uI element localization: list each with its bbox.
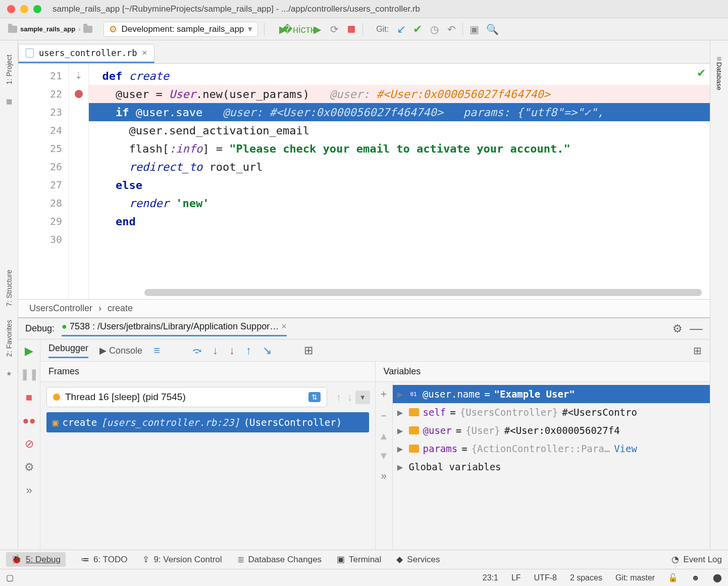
stack-frame-row[interactable]: ▣ create [users_controller.rb:23] (Users… (46, 412, 369, 432)
git-branch[interactable]: Git: master (615, 573, 655, 582)
dbchanges-toolwindow-button[interactable]: ≣ Database Changes (237, 554, 322, 565)
git-history-icon[interactable]: ◷ (429, 24, 439, 34)
caret-position[interactable]: 23:1 (483, 573, 498, 582)
step-out-icon[interactable]: ↑ (246, 344, 251, 357)
database-toolwindow-tab[interactable]: Database (715, 62, 723, 90)
run-to-cursor-icon[interactable]: ↘ (263, 344, 272, 357)
debug-button[interactable]: �ністю (295, 24, 305, 34)
gear-icon[interactable]: ⚙ (672, 322, 683, 335)
frames-title: Frames (40, 362, 375, 382)
line-number-gutter: 21 22 23 24 25 26 27 28 29 30 (18, 64, 69, 299)
debug-actions-sidebar: ▶ ❚❚ ■ ●● ⊘ ⚙ » (18, 339, 40, 550)
next-frame-icon[interactable]: ↓ (344, 392, 355, 403)
minimize-window-icon[interactable] (20, 5, 28, 13)
evaluate-expression-icon[interactable]: ⊞ (304, 344, 313, 357)
rails-icon: ⚙ (109, 24, 117, 35)
move-up-icon[interactable]: ▲ (379, 430, 389, 442)
terminal-toolwindow-button[interactable]: ▣ Terminal (337, 554, 381, 565)
debug-toolwindow-button[interactable]: 🐞 5: Debug (6, 552, 66, 567)
filter-frames-icon[interactable]: ▼ (355, 390, 370, 404)
view-breakpoints-button[interactable]: ●● (22, 414, 36, 427)
project-toolwindow-tab[interactable]: 1: Project (5, 55, 13, 84)
expand-icon[interactable]: ▶ (396, 443, 405, 454)
step-over-icon[interactable]: ⤼ (192, 344, 201, 357)
editor-tab-users-controller[interactable]: users_controller.rb × (18, 44, 154, 63)
horizontal-scrollbar[interactable] (144, 289, 702, 296)
prev-frame-icon[interactable]: ↑ (333, 392, 344, 403)
breadcrumb-method[interactable]: create (108, 303, 133, 314)
editor-tab-label: users_controller.rb (39, 48, 137, 58)
breakpoint-icon[interactable] (75, 90, 83, 98)
chevron-up-down-icon: ⇅ (308, 392, 321, 402)
variable-row[interactable]: ▶ Global variables (393, 458, 710, 476)
stop-button[interactable] (346, 24, 356, 34)
variable-row[interactable]: ▶ params = {ActionController::Para… View (393, 439, 710, 458)
debugger-tab[interactable]: Debugger (48, 343, 88, 358)
database-icon[interactable]: ≣ (716, 55, 722, 62)
search-everywhere-icon[interactable]: 🔍 (487, 24, 497, 34)
run-configuration-dropdown[interactable]: ⚙ Development: sample_rails_app ▾ (103, 22, 258, 37)
stop-debug-button[interactable]: ■ (26, 391, 32, 404)
settings-button[interactable]: ⚙ (24, 461, 34, 474)
resume-button[interactable]: ▶ (25, 345, 33, 358)
step-into-icon[interactable]: ↓ (213, 344, 218, 357)
debug-toolwindow: Debug: ● 7538 : /Users/jetbrains/Library… (18, 317, 710, 550)
close-tab-icon[interactable]: × (142, 48, 147, 58)
eventlog-toolwindow-button[interactable]: ◔ Event Log (671, 554, 722, 565)
quick-list-icon[interactable]: ▢ (6, 573, 14, 582)
variables-title: Variables (376, 362, 710, 382)
remove-watch-icon[interactable]: － (379, 409, 389, 422)
ruby-file-icon (26, 48, 34, 58)
folder-icon (8, 26, 17, 33)
watch-row[interactable]: ▶ 01 @user.name = "Example User" (393, 385, 710, 403)
indent-setting[interactable]: 2 spaces (570, 573, 602, 582)
expand-icon[interactable]: ▶ (396, 388, 405, 400)
mute-breakpoints-button[interactable]: ⊘ (25, 437, 34, 451)
git-commit-icon[interactable]: ✔ (413, 23, 422, 36)
readonly-icon[interactable]: 🔓 (668, 573, 678, 582)
file-encoding[interactable]: UTF-8 (534, 573, 557, 582)
git-update-icon[interactable]: ↙ (397, 23, 406, 36)
code-area[interactable]: def create @user = User.new(user_params)… (89, 64, 710, 299)
close-window-icon[interactable] (7, 5, 15, 13)
marker-gutter[interactable]: ⇣ (69, 64, 89, 299)
services-toolwindow-button[interactable]: ◆ Services (396, 554, 440, 565)
more-icon[interactable]: » (381, 470, 386, 481)
todo-toolwindow-button[interactable]: ≔ 6: TODO (81, 554, 127, 565)
breadcrumb-class[interactable]: UsersController (29, 303, 92, 314)
module-icon[interactable]: ▦ (6, 97, 12, 105)
expand-icon[interactable]: ▶ (396, 461, 405, 472)
editor-tabs: users_controller.rb × (18, 40, 710, 64)
favorites-toolwindow-tab[interactable]: 2: Favorites (5, 320, 13, 357)
thread-selector[interactable]: Thread 16 [sleep] (pid 7545) ⇅ (46, 387, 327, 407)
console-tab[interactable]: ▶ Console (99, 345, 142, 356)
git-revert-icon[interactable]: ↶ (446, 24, 456, 34)
expand-icon[interactable]: ▶ (396, 425, 405, 436)
zoom-window-icon[interactable] (33, 5, 41, 13)
show-execution-point-icon[interactable]: ≡ (153, 344, 160, 357)
run-coverage-button[interactable]: ▶ (312, 24, 322, 34)
project-crumb[interactable]: sample_rails_app › (4, 23, 96, 35)
structure-breadcrumb[interactable]: UsersController › create (18, 299, 710, 317)
notifications-icon[interactable]: ⬤ (713, 573, 722, 582)
vcs-toolwindow-button[interactable]: ⇪ 9: Version Control (142, 554, 222, 565)
expand-icon[interactable]: ▶ (396, 407, 405, 418)
line-ending[interactable]: LF (511, 573, 521, 582)
pause-button[interactable]: ❚❚ (20, 368, 38, 381)
toolwindow-bar: 🐞 5: Debug ≔ 6: TODO ⇪ 9: Version Contro… (0, 550, 728, 569)
force-step-into-icon[interactable]: ↓ (229, 344, 235, 357)
add-watch-icon[interactable]: ＋ (379, 387, 389, 401)
variable-row[interactable]: ▶ @user = {User} #<User:0x000056027f4 (393, 421, 710, 439)
layout-settings-icon[interactable]: ⊞ (693, 345, 702, 357)
hide-panel-icon[interactable]: — (690, 321, 703, 336)
inspector-icon[interactable]: ☻ (691, 573, 700, 582)
profiler-button[interactable]: ⟳ (329, 24, 339, 34)
more-button[interactable]: » (26, 484, 32, 497)
code-editor[interactable]: ✔ 21 22 23 24 25 26 27 28 29 30 ⇣ (18, 64, 710, 299)
variable-row[interactable]: ▶ self = {UsersController} #<UsersContro (393, 403, 710, 421)
left-tool-strip: 1: Project ▦ 7: Structure 2: Favorites ★ (0, 40, 18, 550)
move-down-icon[interactable]: ▼ (379, 450, 389, 462)
run-anything-icon[interactable]: ▣ (469, 24, 479, 34)
structure-toolwindow-tab[interactable]: 7: Structure (5, 270, 13, 306)
debug-session-tab[interactable]: ● 7538 : /Users/jetbrains/Library/Applic… (62, 321, 287, 336)
